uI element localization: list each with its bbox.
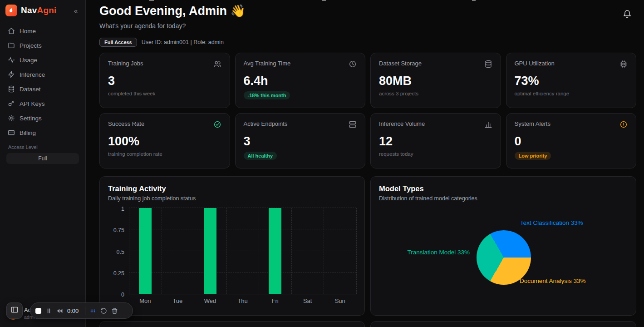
stat-title: Active Endpoints — [244, 120, 288, 127]
stat-value: 3 — [244, 134, 357, 148]
check-circle-icon — [213, 120, 221, 129]
stats-grid: Training Jobs 3 completed this week Avg … — [99, 53, 636, 168]
access-level-block: Access Level Full — [0, 144, 85, 164]
stat-subtitle: optimal efficiency range — [515, 91, 628, 96]
stat-title: GPU Utilization — [515, 60, 555, 67]
partial-card-left — [99, 321, 365, 327]
chart-subtitle: Distribution of trained model categories — [379, 195, 628, 202]
credit-card-icon — [8, 129, 15, 136]
brand[interactable]: NavAgni « — [0, 0, 85, 20]
identity-row: Full Access User ID: admin001 | Role: ad… — [99, 37, 636, 47]
stat-title: Dataset Storage — [379, 60, 422, 67]
bar-chart-plot — [129, 208, 356, 294]
stat-subtitle: across 3 projects — [379, 91, 492, 96]
stat-value: 80MB — [379, 74, 492, 88]
sidebar-item-label: Billing — [20, 129, 36, 136]
access-level-label: Access Level — [6, 144, 79, 150]
recorder-toolbar: 0:00 — [30, 302, 133, 319]
recording-timer: 0:00 — [67, 307, 81, 314]
restart-icon[interactable] — [100, 307, 107, 314]
bar-chart: 00.250.50.751 MonTueWedThuFriSatSun — [108, 208, 356, 304]
sidebar: NavAgni « Home Projects Usage Inference — [0, 0, 86, 327]
clock-icon — [349, 60, 357, 68]
sidebar-item-projects[interactable]: Projects — [0, 38, 85, 53]
stat-badge: All healthy — [244, 152, 277, 160]
stat-value: 12 — [379, 134, 492, 148]
sidebar-collapse-icon[interactable]: « — [72, 6, 80, 15]
model-types-card: Model Types Distribution of trained mode… — [370, 176, 636, 316]
server-icon — [349, 120, 357, 129]
divider — [85, 307, 85, 315]
stat-value: 0 — [515, 134, 628, 148]
stat-subtitle: training completion rate — [108, 151, 221, 157]
home-icon — [8, 27, 15, 35]
zap-icon — [8, 71, 15, 78]
training-activity-card: Training Activity Daily training job com… — [99, 176, 365, 316]
main-content: Good Evening, Admin 👋 What's your agenda… — [86, 0, 644, 327]
pause-button[interactable] — [45, 307, 52, 314]
stat-title: Success Rate — [108, 120, 144, 127]
access-level-value: Full — [6, 153, 79, 164]
stat-title: System Alerts — [515, 120, 551, 127]
sidebar-item-label: Usage — [20, 57, 37, 64]
sidebar-item-label: Home — [20, 28, 36, 35]
gear-icon — [8, 114, 15, 122]
stat-title: Inference Volume — [379, 120, 425, 127]
sidebar-item-api-keys[interactable]: API Keys — [0, 96, 85, 111]
stat-card-system-alerts: System Alerts 0 Low priority — [506, 113, 637, 168]
partial-card-right — [370, 321, 636, 327]
stat-subtitle: completed this week — [108, 91, 221, 96]
panel-toggle-icon — [10, 306, 19, 316]
pie-label-2: Document Analysis 33% — [520, 277, 586, 284]
bar-Mon — [139, 208, 152, 294]
pie-chart-area: Text Classification 33% Translation Mode… — [379, 207, 628, 316]
bar-chart-ylabels: 00.250.50.751 — [108, 208, 129, 294]
recorder-panel-toggle-button[interactable] — [6, 302, 23, 319]
access-badge: Full Access — [99, 38, 137, 47]
pie-chart — [477, 230, 531, 285]
activity-icon — [8, 56, 15, 64]
pie-label-1: Translation Model 33% — [407, 249, 470, 256]
folder-icon — [8, 42, 15, 49]
stat-value: 73% — [515, 74, 628, 88]
stat-card-dataset-storage: Dataset Storage 80MB across 3 projects — [370, 53, 501, 108]
drag-grip-icon[interactable] — [89, 307, 96, 314]
sidebar-nav: Home Projects Usage Inference Dataset AP… — [0, 24, 85, 140]
chart-title: Model Types — [379, 184, 628, 193]
sidebar-item-dataset[interactable]: Dataset — [0, 82, 85, 96]
users-icon — [213, 60, 221, 68]
cpu-icon — [619, 60, 628, 68]
stat-title: Training Jobs — [108, 60, 143, 67]
brand-logo-icon — [5, 5, 17, 16]
sidebar-item-settings[interactable]: Settings — [0, 111, 85, 125]
bar-Fri — [269, 208, 281, 294]
alert-circle-icon — [619, 120, 628, 129]
bar-chart-icon — [484, 120, 492, 129]
key-icon — [8, 100, 15, 107]
stat-card-success-rate: Success Rate 100% training completion ra… — [99, 113, 230, 168]
sidebar-item-label: Settings — [20, 115, 42, 122]
bottom-row — [99, 321, 636, 327]
sidebar-item-label: Projects — [20, 42, 42, 49]
stat-value: 6.4h — [244, 74, 357, 88]
stat-card-inference-volume: Inference Volume 12 requests today — [370, 113, 501, 168]
stat-title: Avg Training Time — [244, 60, 291, 67]
dashboard-page: NavAgni « Home Projects Usage Inference — [0, 0, 644, 327]
page-subtitle: What's your agenda for today? — [99, 22, 636, 30]
database-icon — [8, 85, 15, 93]
database-icon — [484, 60, 492, 68]
notifications-bell-icon[interactable] — [620, 7, 634, 21]
stat-subtitle: requests today — [379, 151, 492, 157]
rewind-icon[interactable] — [56, 307, 63, 314]
bar-Wed — [204, 208, 216, 294]
bar-chart-xlabels: MonTueWedThuFriSatSun — [129, 297, 356, 304]
stop-button[interactable] — [35, 308, 41, 314]
page-title: Good Evening, Admin 👋 — [99, 3, 636, 19]
stat-card-active-endpoints: Active Endpoints 3 All healthy — [235, 113, 366, 168]
trash-icon[interactable] — [111, 307, 118, 314]
sidebar-item-home[interactable]: Home — [0, 24, 85, 38]
sidebar-item-inference[interactable]: Inference — [0, 67, 85, 82]
sidebar-item-billing[interactable]: Billing — [0, 125, 85, 140]
sidebar-item-usage[interactable]: Usage — [0, 53, 85, 67]
sidebar-item-label: API Keys — [20, 100, 45, 107]
